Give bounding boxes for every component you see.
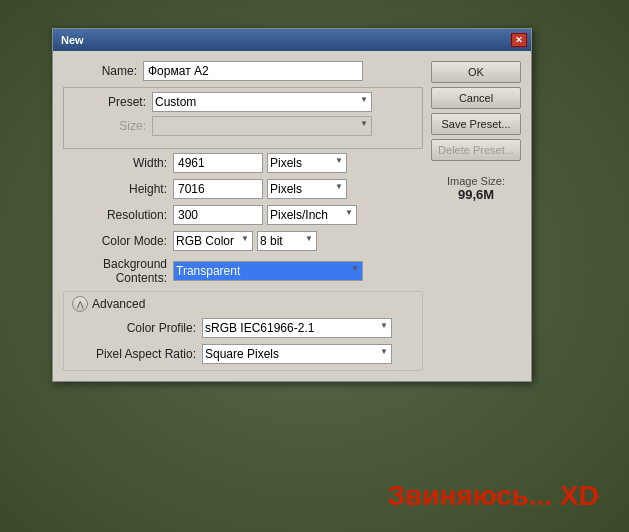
bgcontents-select[interactable]: White Background Color Transparent (173, 261, 363, 281)
height-label: Height: (63, 182, 173, 196)
colorprofile-select[interactable]: sRGB IEC61966-2.1 Adobe RGB (1998) (202, 318, 392, 338)
height-unit-select[interactable]: Pixels Inches cm (267, 179, 347, 199)
preset-select-wrapper: Custom (152, 92, 372, 112)
size-select-wrapper (152, 116, 372, 136)
width-input[interactable] (173, 153, 263, 173)
bgcontents-select-wrapper: White Background Color Transparent (173, 261, 363, 281)
pixelaspect-select-wrapper: Square Pixels D1/DV NTSC (0.91) (202, 344, 392, 364)
resolution-label: Resolution: (63, 208, 173, 222)
colormode-select-wrapper: RGB Color CMYK Color Grayscale (173, 231, 253, 251)
size-row: Size: (72, 116, 414, 136)
name-row: Name: (63, 61, 423, 81)
bgcontents-row: Background Contents: White Background Co… (63, 257, 423, 285)
colorprofile-label: Color Profile: (72, 321, 202, 335)
buttons-area: OK Cancel Save Preset... Delete Preset..… (431, 61, 521, 371)
form-area: Name: Preset: Custom Size: (63, 61, 423, 371)
dialog-title: New (61, 34, 84, 46)
width-row: Width: Pixels Inches cm (63, 153, 423, 173)
bgcontents-label: Background Contents: (63, 257, 173, 285)
colormode-label: Color Mode: (63, 234, 173, 248)
width-unit-select[interactable]: Pixels Inches cm (267, 153, 347, 173)
name-input[interactable] (143, 61, 363, 81)
height-unit-wrapper: Pixels Inches cm (267, 179, 347, 199)
pixelaspect-label: Pixel Aspect Ratio: (72, 347, 202, 361)
dialog-body: Name: Preset: Custom Size: (53, 51, 531, 381)
cancel-button[interactable]: Cancel (431, 87, 521, 109)
name-label: Name: (63, 64, 143, 78)
image-size-area: Image Size: 99,6M (431, 165, 521, 212)
height-input[interactable] (173, 179, 263, 199)
width-unit-wrapper: Pixels Inches cm (267, 153, 347, 173)
close-button[interactable]: ✕ (511, 33, 527, 47)
resolution-input[interactable] (173, 205, 263, 225)
advanced-section: ⋀ Advanced Color Profile: sRGB IEC61966-… (63, 291, 423, 371)
height-row: Height: Pixels Inches cm (63, 179, 423, 199)
watermark-text: Звиняюсь... XD (387, 480, 599, 512)
pixelaspect-row: Pixel Aspect Ratio: Square Pixels D1/DV … (72, 344, 414, 364)
size-label: Size: (72, 119, 152, 133)
preset-section: Preset: Custom Size: (63, 87, 423, 149)
preset-row: Preset: Custom (72, 92, 414, 112)
resolution-unit-select[interactable]: Pixels/Inch Pixels/Cm (267, 205, 357, 225)
colormode-select[interactable]: RGB Color CMYK Color Grayscale (173, 231, 253, 251)
preset-label: Preset: (72, 95, 152, 109)
save-preset-button[interactable]: Save Preset... (431, 113, 521, 135)
image-size-label: Image Size: (431, 175, 521, 187)
advanced-header: ⋀ Advanced (72, 296, 414, 312)
colorprofile-select-wrapper: sRGB IEC61966-2.1 Adobe RGB (1998) (202, 318, 392, 338)
delete-preset-button: Delete Preset... (431, 139, 521, 161)
colormode-row: Color Mode: RGB Color CMYK Color Graysca… (63, 231, 423, 251)
width-label: Width: (63, 156, 173, 170)
advanced-toggle-button[interactable]: ⋀ (72, 296, 88, 312)
size-select (152, 116, 372, 136)
resolution-row: Resolution: Pixels/Inch Pixels/Cm (63, 205, 423, 225)
title-bar: New ✕ (53, 29, 531, 51)
ok-button[interactable]: OK (431, 61, 521, 83)
bit-depth-select[interactable]: 8 bit 16 bit 32 bit (257, 231, 317, 251)
resolution-unit-wrapper: Pixels/Inch Pixels/Cm (267, 205, 357, 225)
colorprofile-row: Color Profile: sRGB IEC61966-2.1 Adobe R… (72, 318, 414, 338)
advanced-label: Advanced (92, 297, 145, 311)
image-size-value: 99,6M (431, 187, 521, 202)
pixelaspect-select[interactable]: Square Pixels D1/DV NTSC (0.91) (202, 344, 392, 364)
new-document-dialog: New ✕ Name: Preset: Custom (52, 28, 532, 382)
preset-select[interactable]: Custom (152, 92, 372, 112)
bit-select-wrapper: 8 bit 16 bit 32 bit (257, 231, 317, 251)
